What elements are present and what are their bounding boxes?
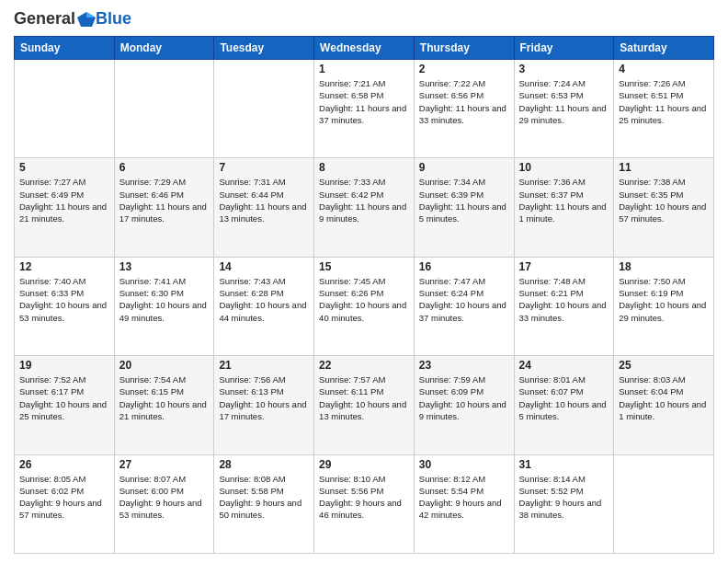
day-info: Sunrise: 7:43 AMSunset: 6:28 PMDaylight:… <box>219 275 309 324</box>
day-info: Sunrise: 7:47 AMSunset: 6:24 PMDaylight:… <box>419 275 509 324</box>
day-cell: 24 Sunrise: 8:01 AMSunset: 6:07 PMDaylig… <box>514 356 614 454</box>
day-info: Sunrise: 7:50 AMSunset: 6:19 PMDaylight:… <box>619 275 709 324</box>
week-row-1: 1 Sunrise: 7:21 AMSunset: 6:58 PMDayligh… <box>15 60 714 158</box>
day-cell: 17 Sunrise: 7:48 AMSunset: 6:21 PMDaylig… <box>514 257 614 355</box>
day-info: Sunrise: 7:33 AMSunset: 6:42 PMDaylight:… <box>319 176 409 224</box>
day-info: Sunrise: 7:41 AMSunset: 6:30 PMDaylight:… <box>119 275 210 324</box>
day-cell: 29 Sunrise: 8:10 AMSunset: 5:56 PMDaylig… <box>314 454 415 553</box>
day-info: Sunrise: 8:14 AMSunset: 5:52 PMDaylight:… <box>519 473 609 522</box>
day-cell: 7 Sunrise: 7:31 AMSunset: 6:44 PMDayligh… <box>214 158 314 257</box>
day-number: 6 <box>119 161 210 174</box>
day-cell: 13 Sunrise: 7:41 AMSunset: 6:30 PMDaylig… <box>114 257 214 355</box>
page: GeneralBlue SundayMondayTuesdayWednesday… <box>0 0 728 563</box>
weekday-wednesday: Wednesday <box>314 37 415 60</box>
day-cell: 31 Sunrise: 8:14 AMSunset: 5:52 PMDaylig… <box>514 454 614 553</box>
day-number: 13 <box>119 260 210 273</box>
svg-marker-1 <box>86 12 96 17</box>
day-info: Sunrise: 7:52 AMSunset: 6:17 PMDaylight:… <box>19 373 109 422</box>
day-number: 5 <box>19 161 109 174</box>
day-cell <box>614 454 714 553</box>
day-info: Sunrise: 7:31 AMSunset: 6:44 PMDaylight:… <box>219 176 309 224</box>
day-number: 23 <box>419 359 509 372</box>
day-info: Sunrise: 7:26 AMSunset: 6:51 PMDaylight:… <box>619 77 709 126</box>
day-cell: 12 Sunrise: 7:40 AMSunset: 6:33 PMDaylig… <box>15 257 115 355</box>
day-cell: 10 Sunrise: 7:36 AMSunset: 6:37 PMDaylig… <box>514 158 614 257</box>
day-cell: 9 Sunrise: 7:34 AMSunset: 6:39 PMDayligh… <box>414 158 514 257</box>
day-number: 22 <box>319 359 409 372</box>
day-cell: 16 Sunrise: 7:47 AMSunset: 6:24 PMDaylig… <box>414 257 514 355</box>
day-number: 19 <box>19 359 109 372</box>
day-info: Sunrise: 8:08 AMSunset: 5:58 PMDaylight:… <box>219 473 309 522</box>
day-number: 17 <box>519 260 609 273</box>
day-number: 31 <box>519 458 609 471</box>
day-number: 1 <box>319 63 409 75</box>
day-cell: 14 Sunrise: 7:43 AMSunset: 6:28 PMDaylig… <box>214 257 314 355</box>
day-number: 30 <box>419 458 509 471</box>
day-info: Sunrise: 7:34 AMSunset: 6:39 PMDaylight:… <box>419 176 509 224</box>
day-info: Sunrise: 8:07 AMSunset: 6:00 PMDaylight:… <box>119 473 210 522</box>
day-number: 25 <box>619 359 709 372</box>
day-number: 7 <box>219 161 309 174</box>
day-info: Sunrise: 7:38 AMSunset: 6:35 PMDaylight:… <box>619 176 709 224</box>
day-number: 24 <box>519 359 609 372</box>
day-cell: 25 Sunrise: 8:03 AMSunset: 6:04 PMDaylig… <box>614 356 714 454</box>
day-number: 18 <box>619 260 709 273</box>
day-info: Sunrise: 8:01 AMSunset: 6:07 PMDaylight:… <box>519 373 609 422</box>
day-cell: 27 Sunrise: 8:07 AMSunset: 6:00 PMDaylig… <box>114 454 214 553</box>
day-cell: 15 Sunrise: 7:45 AMSunset: 6:26 PMDaylig… <box>314 257 415 355</box>
day-cell: 2 Sunrise: 7:22 AMSunset: 6:56 PMDayligh… <box>414 60 514 158</box>
day-info: Sunrise: 7:27 AMSunset: 6:49 PMDaylight:… <box>19 176 109 224</box>
day-info: Sunrise: 8:10 AMSunset: 5:56 PMDaylight:… <box>319 473 409 522</box>
day-cell: 5 Sunrise: 7:27 AMSunset: 6:49 PMDayligh… <box>15 158 115 257</box>
day-cell <box>15 60 115 158</box>
header: GeneralBlue <box>14 9 714 29</box>
calendar: SundayMondayTuesdayWednesdayThursdayFrid… <box>14 36 714 554</box>
day-info: Sunrise: 7:59 AMSunset: 6:09 PMDaylight:… <box>419 373 509 422</box>
day-cell: 30 Sunrise: 8:12 AMSunset: 5:54 PMDaylig… <box>414 454 514 553</box>
weekday-tuesday: Tuesday <box>214 37 314 60</box>
day-number: 11 <box>619 161 709 174</box>
day-info: Sunrise: 7:40 AMSunset: 6:33 PMDaylight:… <box>19 275 109 324</box>
day-number: 9 <box>419 161 509 174</box>
day-number: 15 <box>319 260 409 273</box>
day-number: 20 <box>119 359 210 372</box>
day-cell: 6 Sunrise: 7:29 AMSunset: 6:46 PMDayligh… <box>114 158 214 257</box>
day-cell: 20 Sunrise: 7:54 AMSunset: 6:15 PMDaylig… <box>114 356 214 454</box>
day-info: Sunrise: 8:05 AMSunset: 6:02 PMDaylight:… <box>19 473 109 522</box>
day-info: Sunrise: 7:54 AMSunset: 6:15 PMDaylight:… <box>119 373 210 422</box>
day-info: Sunrise: 7:57 AMSunset: 6:11 PMDaylight:… <box>319 373 409 422</box>
day-info: Sunrise: 8:12 AMSunset: 5:54 PMDaylight:… <box>419 473 509 522</box>
logo-general: General <box>14 9 75 29</box>
day-number: 14 <box>219 260 309 273</box>
week-row-5: 26 Sunrise: 8:05 AMSunset: 6:02 PMDaylig… <box>15 454 714 553</box>
day-number: 26 <box>19 458 109 471</box>
day-cell: 23 Sunrise: 7:59 AMSunset: 6:09 PMDaylig… <box>414 356 514 454</box>
day-number: 16 <box>419 260 509 273</box>
day-info: Sunrise: 8:03 AMSunset: 6:04 PMDaylight:… <box>619 373 709 422</box>
day-info: Sunrise: 7:45 AMSunset: 6:26 PMDaylight:… <box>319 275 409 324</box>
day-cell: 22 Sunrise: 7:57 AMSunset: 6:11 PMDaylig… <box>314 356 415 454</box>
day-number: 3 <box>519 63 609 75</box>
day-number: 29 <box>319 458 409 471</box>
day-cell: 26 Sunrise: 8:05 AMSunset: 6:02 PMDaylig… <box>15 454 115 553</box>
day-info: Sunrise: 7:29 AMSunset: 6:46 PMDaylight:… <box>119 176 210 224</box>
day-number: 21 <box>219 359 309 372</box>
day-cell: 8 Sunrise: 7:33 AMSunset: 6:42 PMDayligh… <box>314 158 415 257</box>
day-cell: 21 Sunrise: 7:56 AMSunset: 6:13 PMDaylig… <box>214 356 314 454</box>
day-number: 28 <box>219 458 309 471</box>
day-info: Sunrise: 7:48 AMSunset: 6:21 PMDaylight:… <box>519 275 609 324</box>
weekday-thursday: Thursday <box>414 37 514 60</box>
day-number: 2 <box>419 63 509 75</box>
day-cell: 3 Sunrise: 7:24 AMSunset: 6:53 PMDayligh… <box>514 60 614 158</box>
day-number: 4 <box>619 63 709 75</box>
day-info: Sunrise: 7:24 AMSunset: 6:53 PMDaylight:… <box>519 77 609 126</box>
day-info: Sunrise: 7:56 AMSunset: 6:13 PMDaylight:… <box>219 373 309 422</box>
logo-icon <box>77 12 96 27</box>
day-cell: 19 Sunrise: 7:52 AMSunset: 6:17 PMDaylig… <box>15 356 115 454</box>
weekday-sunday: Sunday <box>15 37 115 60</box>
day-cell <box>114 60 214 158</box>
logo-blue: Blue <box>96 9 131 28</box>
weekday-saturday: Saturday <box>614 37 714 60</box>
day-cell: 4 Sunrise: 7:26 AMSunset: 6:51 PMDayligh… <box>614 60 714 158</box>
week-row-3: 12 Sunrise: 7:40 AMSunset: 6:33 PMDaylig… <box>15 257 714 355</box>
